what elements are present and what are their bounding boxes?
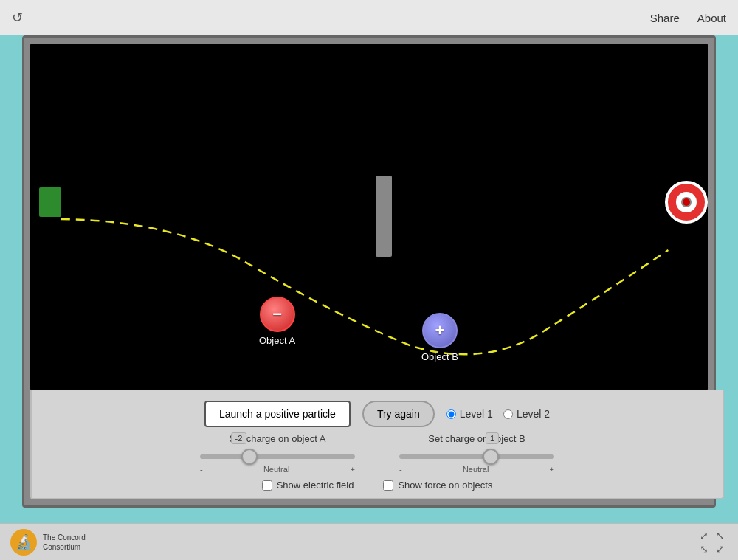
object-b-label: Object B [421, 351, 458, 362]
charge-a-slider[interactable] [200, 454, 355, 459]
show-electric-field-label[interactable]: Show electric field [262, 480, 354, 491]
fullscreen-icon2[interactable]: ⤡ [716, 530, 728, 542]
button-row: Launch a positive particle Try again Lev… [204, 401, 550, 427]
logo-line2: Consortium [43, 542, 86, 552]
share-link[interactable]: Share [650, 12, 680, 24]
charge-a-slider-group: Set charge on object A -2 - Neutral + [200, 433, 355, 474]
logo-circle: 🔬 [10, 529, 37, 556]
bottom-bar: 🔬 The Concord Consortium ⤢ ⤡ ⤡ ⤢ [0, 523, 738, 560]
controls-area: Launch a positive particle Try again Lev… [30, 390, 724, 499]
level2-radio-label[interactable]: Level 2 [503, 408, 550, 420]
sliders-row: Set charge on object A -2 - Neutral + Se… [200, 433, 554, 474]
main-container: − Object A + Object B Launch a positive … [15, 35, 723, 545]
object-a[interactable]: − Object A [259, 297, 295, 346]
charge-b-minus: - [399, 465, 402, 474]
level-group: Level 1 Level 2 [446, 408, 550, 420]
object-b-sign: + [435, 322, 444, 339]
show-force-text: Show force on objects [398, 480, 492, 491]
charge-b-track: 1 [399, 449, 554, 462]
trajectory-path [30, 44, 708, 390]
top-bar: ↺ Share About [0, 0, 738, 35]
charge-a-plus: + [351, 465, 355, 474]
fullscreen-icon3[interactable]: ⤡ [700, 543, 711, 555]
charge-b-slider-group: Set charge on object B 1 - Neutral + [399, 433, 554, 474]
level1-radio-label[interactable]: Level 1 [446, 408, 493, 420]
top-bar-links: Share About [650, 12, 726, 24]
charge-a-minus: - [200, 465, 203, 474]
object-b-circle: + [422, 313, 458, 348]
charge-b-plus: + [550, 465, 554, 474]
show-force-checkbox[interactable] [383, 480, 393, 491]
charge-a-labels: - Neutral + [200, 465, 355, 474]
logo-text: The Concord Consortium [43, 533, 86, 552]
object-a-label: Object A [259, 335, 295, 346]
about-link[interactable]: About [697, 12, 726, 24]
logo-line1: The Concord [43, 533, 86, 542]
charge-b-value: 1 [486, 432, 499, 444]
show-electric-field-checkbox[interactable] [262, 480, 272, 491]
charge-a-neutral: Neutral [263, 465, 289, 474]
charge-b-labels: - Neutral + [399, 465, 554, 474]
charge-a-track: -2 [200, 449, 355, 462]
logo-area: 🔬 The Concord Consortium [10, 529, 86, 556]
object-b[interactable]: + Object B [421, 313, 458, 362]
fullscreen-icon4[interactable]: ⤢ [716, 543, 728, 555]
charge-b-neutral: Neutral [463, 465, 489, 474]
try-again-button[interactable]: Try again [362, 401, 435, 427]
level1-label: Level 1 [460, 408, 493, 420]
level1-radio[interactable] [446, 409, 456, 419]
level2-radio[interactable] [503, 409, 513, 419]
refresh-icon[interactable]: ↺ [12, 10, 23, 26]
logo-icon: 🔬 [15, 533, 33, 551]
launch-button[interactable]: Launch a positive particle [204, 401, 351, 427]
fullscreen-bottom-row: ⤡ ⤢ [700, 543, 728, 555]
show-electric-field-text: Show electric field [277, 480, 354, 491]
level2-label: Level 2 [517, 408, 550, 420]
barrier [376, 176, 392, 257]
target [665, 181, 708, 224]
fullscreen-top-row: ⤢ ⤡ [700, 530, 728, 542]
charge-b-title: Set charge on object B [428, 433, 525, 444]
simulation-canvas: − Object A + Object B [30, 44, 708, 390]
simulation-wrapper: − Object A + Object B Launch a positive … [22, 35, 716, 508]
object-a-sign: − [272, 306, 282, 322]
show-force-label[interactable]: Show force on objects [383, 480, 492, 491]
charge-a-value: -2 [231, 432, 247, 444]
charge-b-slider[interactable] [399, 454, 554, 459]
fullscreen-icons: ⤢ ⤡ ⤡ ⤢ [700, 530, 728, 555]
target-inner [676, 192, 697, 212]
object-a-circle: − [260, 297, 295, 332]
fullscreen-expand-icon[interactable]: ⤢ [700, 530, 711, 542]
checkboxes-row: Show electric field Show force on object… [262, 480, 493, 491]
target-pupil [681, 197, 692, 207]
